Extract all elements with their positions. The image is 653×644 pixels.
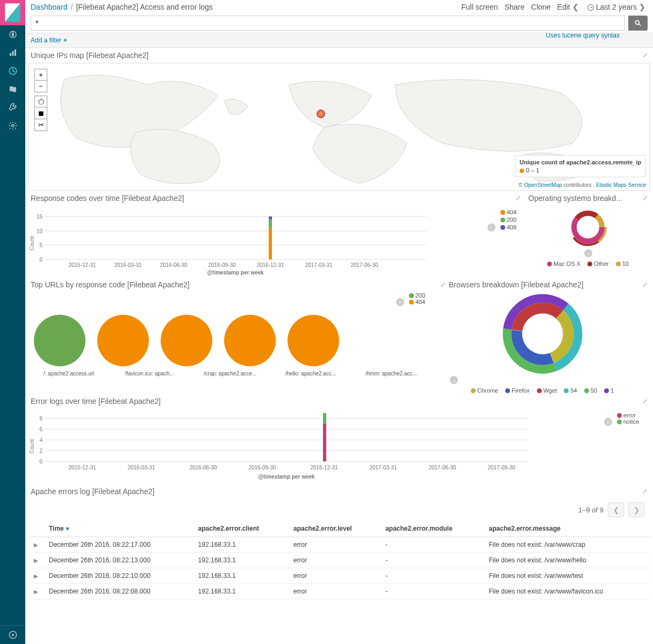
browsers-legend: Chrome Firefox Wget 54 50 1 — [435, 387, 650, 394]
time-prev-icon[interactable]: ❮ — [572, 3, 579, 11]
full-screen-action[interactable]: Full screen — [461, 3, 498, 11]
lucene-help-link[interactable]: Uses lucene query syntax — [546, 32, 620, 39]
share-action[interactable]: Share — [505, 3, 525, 11]
query-input[interactable] — [31, 16, 625, 31]
cell-module: - — [380, 568, 483, 584]
next-page-button[interactable]: ❯ — [628, 502, 644, 517]
map-data-point[interactable] — [317, 110, 325, 118]
time-next-icon[interactable]: ❯ — [639, 3, 645, 11]
expand-icon[interactable]: ⤢ — [642, 397, 648, 405]
settings-icon[interactable] — [0, 117, 25, 135]
errors-time-svg: Count 8 6 4 2 0 2015-12-31 2016-03-31 20… — [28, 409, 534, 481]
table-row[interactable]: ▶December 26th 2016, 08:22:10.000192.168… — [28, 568, 650, 584]
row-expand-icon[interactable]: ▶ — [34, 573, 38, 579]
urls-panel-title: Top URLs by response code [Filebeat Apac… — [31, 280, 190, 289]
osm-link[interactable]: OpenStreetMap — [524, 182, 562, 188]
fit-polygon-button[interactable]: ⬠ — [34, 96, 47, 107]
svg-point-40 — [97, 315, 149, 366]
discover-icon[interactable] — [0, 25, 25, 44]
time-picker[interactable]: Last 2 years — [587, 3, 637, 11]
svg-text:2016-09-30: 2016-09-30 — [208, 262, 236, 268]
cell-message: File does not exist: /var/www/favicon.ic… — [484, 584, 650, 599]
urls-legend: › 200 404 — [396, 292, 425, 306]
row-expand-icon[interactable]: ▶ — [34, 589, 38, 595]
urls-pies — [28, 292, 432, 367]
map-attribution: © OpenStreetMap contributors , Elastic M… — [519, 182, 646, 188]
map-legend: Unique count of apache2.access.remote_ip… — [515, 155, 646, 177]
table-row[interactable]: ▶December 26th 2016, 08:22:08.000192.168… — [28, 584, 650, 599]
col-time[interactable]: Time▼ — [44, 520, 193, 537]
col-client[interactable]: apache2.error.client — [193, 520, 288, 537]
fit-rect-button[interactable]: ◼ — [34, 107, 47, 119]
svg-text:10: 10 — [37, 228, 43, 234]
svg-text:6: 6 — [39, 426, 42, 432]
table-row[interactable]: ▶December 26th 2016, 08:22:17.000192.168… — [28, 537, 650, 553]
sidebar — [0, 0, 25, 644]
cell-module: - — [380, 584, 483, 599]
svg-text:2017-06-30: 2017-06-30 — [428, 465, 456, 471]
zoom-in-button[interactable]: + — [34, 69, 47, 81]
svg-rect-23 — [269, 228, 272, 259]
expand-icon[interactable]: ⤢ — [515, 194, 521, 202]
legend-toggle-icon[interactable]: ⌄ — [450, 376, 458, 384]
elastic-maps-link[interactable]: Elastic Maps Service — [596, 182, 646, 188]
zoom-out-button[interactable]: − — [34, 81, 47, 92]
svg-rect-5 — [12, 51, 13, 56]
col-level[interactable]: apache2.error.level — [288, 520, 380, 537]
cell-message: File does not exist: /var/www/test — [484, 568, 650, 584]
svg-point-41 — [161, 315, 212, 366]
search-button[interactable] — [628, 16, 648, 31]
cell-client: 192.168.33.1 — [193, 537, 288, 553]
svg-text:2017-06-30: 2017-06-30 — [350, 262, 378, 268]
svg-rect-4 — [10, 53, 11, 56]
svg-text:2017-03-31: 2017-03-31 — [305, 262, 333, 268]
kibana-logo[interactable] — [0, 0, 25, 25]
dashboard-icon[interactable] — [0, 62, 25, 80]
collapse-icon[interactable] — [0, 626, 25, 644]
visualize-icon[interactable] — [0, 44, 25, 62]
edit-action[interactable]: Edit — [557, 3, 570, 11]
row-expand-icon[interactable]: ▶ — [34, 558, 38, 563]
crop-button[interactable]: ✂ — [34, 119, 47, 131]
cell-message: File does not exist: /var/www/crap — [484, 537, 650, 553]
clone-action[interactable]: Clone — [531, 3, 551, 11]
expand-icon[interactable]: ⤢ — [642, 52, 648, 59]
map-panel[interactable]: + − ⬠ ◼ ✂ Unique count of apache2.access… — [28, 63, 650, 191]
legend-toggle-icon[interactable]: ⌄ — [584, 249, 592, 257]
add-filter-link[interactable]: Add a filter + — [31, 37, 67, 44]
svg-text:0: 0 — [39, 257, 42, 263]
svg-point-43 — [288, 315, 339, 366]
col-module[interactable]: apache2.error.module — [380, 520, 483, 537]
errors-time-legend: › error notice — [604, 412, 639, 426]
svg-text:2016-06-30: 2016-06-30 — [160, 262, 188, 268]
col-message[interactable]: apache2.error.message — [484, 520, 650, 537]
legend-toggle-icon[interactable]: › — [487, 223, 496, 231]
expand-icon[interactable]: ⤢ — [440, 281, 446, 288]
cell-time: December 26th 2016, 08:22:13.000 — [44, 553, 193, 568]
expand-icon[interactable]: ⤢ — [642, 488, 648, 495]
response-chart[interactable]: Count 15 10 5 0 — [28, 206, 523, 277]
timelion-icon[interactable] — [0, 80, 25, 98]
top-breadcrumb-bar: Dashboard / [Filebeat Apache2] Access an… — [25, 0, 653, 13]
cell-level: error — [288, 584, 380, 599]
svg-point-39 — [34, 315, 85, 366]
cell-level: error — [288, 568, 380, 584]
urls-chart[interactable]: › 200 404 — [28, 292, 432, 394]
errors-time-title: Error logs over time [Filebeat Apache2] — [31, 397, 161, 406]
legend-toggle-icon[interactable]: › — [604, 418, 612, 426]
expand-icon[interactable]: ⤢ — [642, 281, 648, 288]
svg-text:@timestamp per week: @timestamp per week — [258, 474, 315, 480]
expand-icon[interactable]: ⤢ — [642, 194, 648, 202]
devtools-icon[interactable] — [0, 98, 25, 117]
svg-marker-10 — [12, 633, 15, 636]
errors-time-chart[interactable]: Count 8 6 4 2 0 2015-12-31 2016-03-31 20… — [28, 409, 650, 484]
os-chart[interactable]: ⌄ Mac OS X Other 10 — [526, 206, 650, 277]
svg-text:4: 4 — [39, 437, 42, 443]
response-panel-title: Response codes over time [Filebeat Apach… — [31, 194, 184, 202]
breadcrumb-root[interactable]: Dashboard — [31, 3, 68, 11]
row-expand-icon[interactable]: ▶ — [34, 542, 38, 548]
prev-page-button[interactable]: ❮ — [608, 502, 624, 517]
legend-toggle-icon[interactable]: › — [396, 298, 404, 306]
browsers-chart[interactable]: ⌄ Chrome Firefox Wget 54 50 1 — [435, 292, 650, 394]
table-row[interactable]: ▶December 26th 2016, 08:22:13.000192.168… — [28, 553, 650, 568]
